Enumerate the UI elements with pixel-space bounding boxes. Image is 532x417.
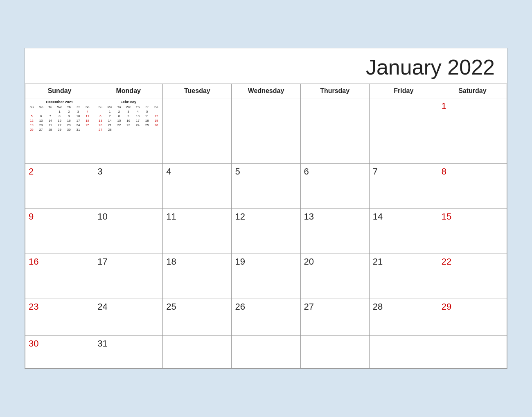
mini-feb-day: 16 bbox=[124, 118, 133, 123]
mini-feb-day: 5 bbox=[142, 109, 152, 114]
mini-dec-day: 31 bbox=[74, 127, 83, 132]
cell-w5-thu: 27 bbox=[300, 299, 369, 336]
mini-dec-day: 27 bbox=[36, 127, 46, 132]
cell-w4-mon: 17 bbox=[94, 254, 163, 299]
mini-feb-day bbox=[96, 109, 105, 114]
mini-feb-day: 11 bbox=[142, 114, 152, 118]
cell-w6-wed bbox=[232, 336, 300, 369]
mini-dec-day: 20 bbox=[36, 123, 46, 127]
week-row-6: 30 31 bbox=[25, 336, 507, 369]
cell-w2-tue: 4 bbox=[163, 164, 232, 209]
mini-dec-h-tu: Tu bbox=[45, 105, 55, 109]
day-12: 12 bbox=[235, 211, 245, 222]
cell-w2-thu: 6 bbox=[300, 164, 369, 209]
cell-w4-sun: 16 bbox=[25, 254, 94, 299]
day-20: 20 bbox=[304, 256, 314, 267]
mini-dec-day: 30 bbox=[64, 127, 74, 132]
mini-feb-day bbox=[133, 127, 142, 132]
day-5: 5 bbox=[235, 166, 240, 177]
mini-dec-h-we: We bbox=[55, 105, 64, 109]
cell-w3-sat: 15 bbox=[438, 209, 507, 254]
mini-dec-day: 29 bbox=[55, 127, 64, 132]
day-28: 28 bbox=[373, 301, 383, 312]
cell-w5-tue: 25 bbox=[163, 299, 232, 336]
cell-w1-fri bbox=[369, 98, 438, 164]
cell-w3-mon: 10 bbox=[94, 209, 163, 254]
mini-feb-day: 4 bbox=[133, 109, 142, 114]
mini-feb-day bbox=[115, 127, 124, 132]
day-18: 18 bbox=[166, 256, 176, 267]
mini-dec-day: 2 bbox=[64, 109, 74, 114]
cell-w6-sun: 30 bbox=[25, 336, 94, 369]
day-15: 15 bbox=[442, 211, 451, 222]
cell-w4-sat: 22 bbox=[438, 254, 507, 299]
day-30: 30 bbox=[29, 338, 38, 349]
cell-w1-tue bbox=[163, 98, 232, 164]
day-3: 3 bbox=[97, 166, 102, 177]
day-13: 13 bbox=[304, 211, 314, 222]
mini-feb-day: 26 bbox=[152, 123, 161, 127]
week-row-5: 23 24 25 26 27 28 bbox=[25, 299, 507, 336]
mini-dec-day: 4 bbox=[83, 109, 92, 114]
mini-feb-day: 13 bbox=[96, 118, 105, 123]
day-10: 10 bbox=[97, 211, 107, 222]
cell-w5-wed: 26 bbox=[232, 299, 300, 336]
day-19: 19 bbox=[235, 256, 245, 267]
mini-dec-title: December 2021 bbox=[27, 100, 92, 104]
mini-dec-day: 15 bbox=[55, 118, 64, 123]
header-saturday: Saturday bbox=[438, 84, 507, 98]
mini-feb-day: 23 bbox=[124, 123, 133, 127]
cell-w1-sat: 1 bbox=[438, 98, 507, 164]
mini-dec-day bbox=[36, 109, 46, 114]
mini-feb-day: 19 bbox=[152, 118, 161, 123]
day-24: 24 bbox=[97, 301, 107, 312]
mini-dec-day bbox=[83, 127, 92, 132]
cell-w5-sun: 23 bbox=[25, 299, 94, 336]
mini-dec-day: 1 bbox=[55, 109, 64, 114]
mini-feb-day: 22 bbox=[115, 123, 124, 127]
cell-w3-sun: 9 bbox=[25, 209, 94, 254]
mini-feb-day: 27 bbox=[96, 127, 105, 132]
mini-dec-day: 16 bbox=[64, 118, 74, 123]
cell-w6-thu bbox=[300, 336, 369, 369]
mini-dec-day: 17 bbox=[74, 118, 83, 123]
day-23: 23 bbox=[29, 301, 38, 312]
cell-w6-tue bbox=[163, 336, 232, 369]
cell-w5-fri: 28 bbox=[369, 299, 438, 336]
day-16: 16 bbox=[29, 256, 38, 267]
cell-w4-thu: 20 bbox=[300, 254, 369, 299]
day-17: 17 bbox=[97, 256, 107, 267]
day-2: 2 bbox=[29, 166, 34, 177]
day-26: 26 bbox=[235, 301, 245, 312]
mini-feb-day: 15 bbox=[115, 118, 124, 123]
mini-dec-h-su: Su bbox=[27, 105, 36, 109]
mini-feb-h-fr: Fr bbox=[142, 105, 152, 109]
mini-dec-day: 13 bbox=[36, 118, 46, 123]
mini-dec-day: 7 bbox=[45, 114, 55, 118]
mini-dec-day: 10 bbox=[74, 114, 83, 118]
day-14: 14 bbox=[373, 211, 383, 222]
cell-w6-mon: 31 bbox=[94, 336, 163, 369]
cell-w6-fri bbox=[369, 336, 438, 369]
mini-feb-day bbox=[152, 127, 161, 132]
mini-dec-day: 19 bbox=[27, 123, 36, 127]
mini-feb-h-mo: Mo bbox=[105, 105, 115, 109]
mini-feb-day: 2 bbox=[115, 109, 124, 114]
calendar-title: January 2022 bbox=[25, 48, 507, 84]
day-7: 7 bbox=[373, 166, 378, 177]
cell-w4-tue: 18 bbox=[163, 254, 232, 299]
cell-w5-sat: 29 bbox=[438, 299, 507, 336]
mini-feb-day bbox=[152, 109, 161, 114]
cell-w5-mon: 24 bbox=[94, 299, 163, 336]
cell-w6-sat bbox=[438, 336, 507, 369]
mini-dec-h-fr: Fr bbox=[74, 105, 83, 109]
mini-feb-day bbox=[124, 127, 133, 132]
week-row-3: 9 10 11 12 13 14 bbox=[25, 209, 507, 254]
header-thursday: Thursday bbox=[300, 84, 369, 98]
mini-dec-day: 22 bbox=[55, 123, 64, 127]
mini-feb-day: 7 bbox=[105, 114, 115, 118]
mini-feb-day bbox=[142, 127, 152, 132]
day-22: 22 bbox=[442, 256, 451, 267]
mini-feb-day: 6 bbox=[96, 114, 105, 118]
cell-w3-thu: 13 bbox=[300, 209, 369, 254]
